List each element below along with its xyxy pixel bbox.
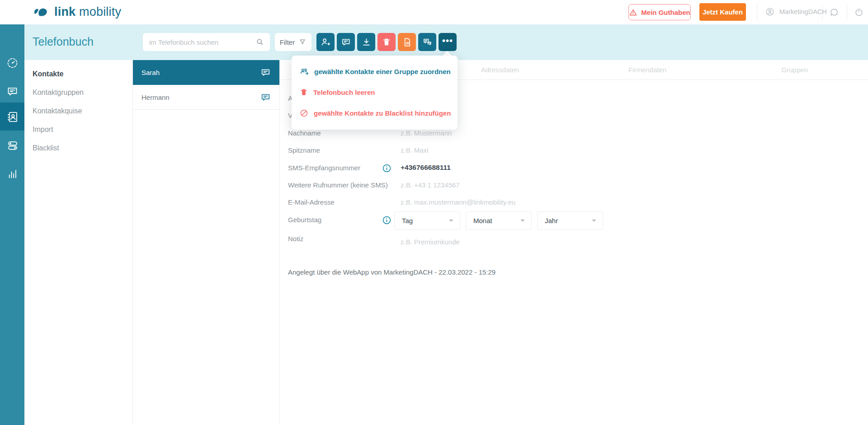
contact-row-hermann[interactable]: Hermann: [133, 85, 279, 110]
birthday-year-select[interactable]: Jahr: [537, 211, 603, 230]
header-divider: [847, 4, 847, 20]
filter-label: Filter: [280, 38, 295, 46]
menu-item-assign-group[interactable]: gewählte Kontakte einer Gruppe zuordnen: [299, 61, 458, 82]
jetzt-kaufen-button[interactable]: Jetzt Kaufen: [699, 3, 746, 21]
warning-triangle-icon: [629, 8, 637, 17]
menu-item-label: gewählte Kontakte zu Blacklist hinzufüge…: [314, 109, 451, 117]
field-label-weitere-rufnummer: Weitere Rufnummer (keine SMS): [288, 181, 388, 189]
support-chat-icon[interactable]: [829, 7, 840, 18]
search-icon: [255, 37, 264, 47]
field-label-nachname: Nachname: [288, 129, 321, 137]
day-select-value: Tag: [402, 217, 413, 224]
notiz-input[interactable]: z.B. Premiumkunde: [401, 238, 460, 246]
submenu-item-import[interactable]: Import: [24, 120, 132, 139]
field-label-sms-empfangsnummer: SMS-Empfangsnummer: [288, 164, 360, 172]
nachname-input[interactable]: z.B. Mustermann: [401, 129, 452, 137]
bar-chart-icon: [6, 168, 19, 180]
filter-funnel-icon: [298, 38, 307, 46]
account-menu[interactable]: MarketingDACH: [765, 7, 827, 17]
submenu-item-kontakte[interactable]: Kontakte: [24, 65, 132, 83]
created-note: Angelegt über die WebApp von MarketingDA…: [288, 268, 495, 276]
page-title: Telefonbuch: [33, 35, 94, 48]
export-download-button[interactable]: [357, 33, 375, 51]
group-add-icon: [299, 66, 309, 76]
logo-leaf-icon: [33, 5, 51, 19]
chevron-down-icon: [592, 220, 596, 222]
logo-text: link mobility: [54, 5, 121, 19]
mein-guthaben-button[interactable]: Mein Guthaben: [628, 4, 691, 20]
chevron-down-icon: [520, 220, 525, 222]
year-select-value: Jahr: [545, 217, 558, 224]
field-label-geburtstag: Geburtstag: [288, 216, 321, 224]
menu-item-add-to-blacklist[interactable]: gewählte Kontakte zu Blacklist hinzufüge…: [299, 103, 458, 123]
birthday-day-select[interactable]: Tag: [394, 211, 460, 230]
app-window: link mobility Mein Guthaben Jetzt Kaufen…: [0, 0, 868, 425]
field-label-spitzname: Spitzname: [288, 146, 320, 154]
sms-bubble-icon[interactable]: [260, 92, 271, 103]
submenu-item-kontaktakquise[interactable]: Kontaktakquise: [24, 102, 132, 120]
conversations-button[interactable]: [418, 33, 436, 51]
blocked-icon: [299, 108, 309, 118]
menu-item-label: gewählte Kontakte einer Gruppe zuordnen: [314, 68, 451, 75]
delete-button[interactable]: [377, 33, 396, 51]
gauge-icon: [6, 57, 19, 69]
field-label-notiz: Notiz: [288, 235, 303, 243]
link-mobility-logo[interactable]: link mobility: [33, 5, 121, 19]
more-actions-button[interactable]: •••: [439, 33, 457, 51]
menu-item-label: Telefonbuch leeren: [313, 89, 375, 96]
download-icon: [361, 37, 372, 47]
ellipsis-icon: •••: [442, 36, 453, 46]
add-contact-button[interactable]: [316, 33, 335, 51]
account-name: MarketingDACH: [779, 8, 827, 15]
submenu-item-kontaktgruppen[interactable]: Kontaktgruppen: [24, 83, 132, 102]
search-box: [143, 33, 270, 51]
menu-item-clear-phonebook[interactable]: Telefonbuch leeren: [299, 82, 458, 103]
contacts-book-icon: [6, 111, 19, 123]
header-divider: [757, 4, 757, 20]
search-input[interactable]: [143, 38, 255, 46]
logout-power-icon[interactable]: [854, 7, 864, 17]
sidebar-item-statistics[interactable]: [0, 159, 24, 187]
tab-gruppen[interactable]: Gruppen: [721, 60, 868, 80]
sidebar-item-messages[interactable]: [0, 77, 24, 105]
filter-button[interactable]: Filter: [275, 33, 311, 51]
weitere-rufnummer-input[interactable]: z.B. +43 1 1234567: [401, 181, 460, 189]
tab-firmendaten[interactable]: Firmendaten: [574, 60, 721, 80]
birthday-month-select[interactable]: Monat: [466, 211, 532, 230]
file-report-button[interactable]: [398, 33, 416, 51]
contact-row-sarah[interactable]: Sarah: [133, 60, 279, 85]
month-select-value: Monat: [473, 217, 492, 224]
sms-empfangsnummer-value[interactable]: +436766688111: [401, 163, 451, 172]
document-icon: [402, 37, 412, 47]
sms-bubble-icon[interactable]: [260, 67, 271, 78]
email-input[interactable]: z.B. max.mustermann@linkmobility.eu: [401, 198, 515, 206]
contact-name: Hermann: [142, 93, 170, 101]
chevron-down-icon: [449, 220, 453, 222]
trash-icon: [382, 37, 392, 47]
phonebook-submenu: Kontakte Kontaktgruppen Kontaktakquise I…: [24, 65, 132, 157]
submenu-item-blacklist[interactable]: Blacklist: [24, 139, 132, 157]
list-divider: [279, 60, 280, 425]
nav-sidebar: ⚙: [0, 24, 24, 425]
sidebar-item-dashboard[interactable]: [0, 49, 24, 77]
field-label-email: E-Mail-Adresse: [288, 198, 335, 206]
sidebar-item-phonebook[interactable]: [0, 103, 24, 131]
toggles-icon: [6, 139, 19, 151]
add-person-icon: [321, 37, 331, 47]
chat-bubble-icon: [6, 85, 19, 98]
more-actions-menu: gewählte Kontakte einer Gruppe zuordnen …: [292, 56, 458, 130]
spitzname-input[interactable]: z.B. Maxi: [401, 146, 429, 154]
trash-icon: [299, 88, 308, 97]
chats-icon: [422, 37, 433, 47]
submenu-divider: [132, 60, 133, 425]
message-icon: [341, 37, 351, 47]
sidebar-item-settings-toggles[interactable]: [0, 131, 24, 159]
top-header: link mobility Mein Guthaben Jetzt Kaufen…: [0, 0, 868, 24]
header-divider: [822, 4, 822, 20]
user-circle-icon: [765, 7, 775, 17]
info-icon[interactable]: [382, 163, 392, 173]
contact-name: Sarah: [142, 69, 160, 76]
contact-list: Sarah Hermann: [133, 60, 279, 110]
info-icon[interactable]: [382, 215, 392, 225]
send-message-button[interactable]: [337, 33, 355, 51]
